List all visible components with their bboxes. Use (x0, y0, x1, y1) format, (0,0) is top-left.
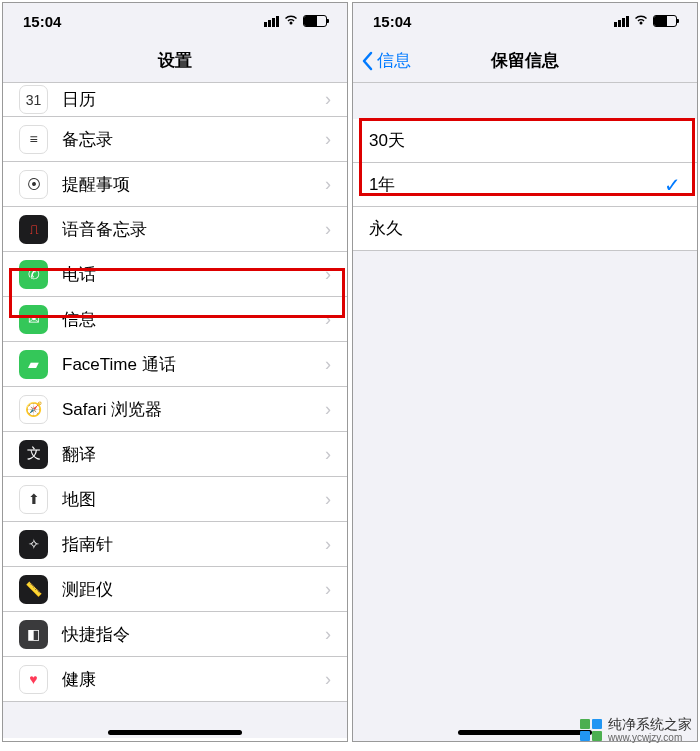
back-label: 信息 (377, 49, 411, 72)
settings-row-messages[interactable]: ✉信息› (3, 297, 347, 342)
row-label: 信息 (62, 308, 325, 331)
phone-icon: ✆ (19, 260, 48, 289)
row-label: 快捷指令 (62, 623, 325, 646)
chevron-right-icon: › (325, 624, 331, 645)
option-30days[interactable]: 30天 (353, 119, 697, 163)
home-indicator[interactable] (458, 730, 592, 735)
status-right (264, 13, 327, 29)
option-forever[interactable]: 永久 (353, 207, 697, 251)
compass-icon: ✧ (19, 530, 48, 559)
checkmark-icon: ✓ (664, 173, 681, 197)
spacer (353, 83, 697, 119)
row-label: 备忘录 (62, 128, 325, 151)
settings-row-phone[interactable]: ✆电话› (3, 252, 347, 297)
chevron-right-icon: › (325, 89, 331, 110)
row-label: 健康 (62, 668, 325, 691)
settings-row-voice-memos[interactable]: ⎍语音备忘录› (3, 207, 347, 252)
settings-row-measure[interactable]: 📏测距仪› (3, 567, 347, 612)
settings-row-shortcuts[interactable]: ◧快捷指令› (3, 612, 347, 657)
status-time: 15:04 (373, 13, 411, 30)
health-icon: ♥ (19, 665, 48, 694)
wifi-icon (283, 13, 299, 29)
signal-icon (264, 16, 279, 27)
chevron-right-icon: › (325, 264, 331, 285)
signal-icon (614, 16, 629, 27)
chevron-right-icon: › (325, 219, 331, 240)
row-label: 日历 (62, 88, 325, 111)
notes-icon: ≡ (19, 125, 48, 154)
watermark-url: www.ycwjzy.com (608, 732, 692, 743)
voice-memos-icon: ⎍ (19, 215, 48, 244)
chevron-right-icon: › (325, 354, 331, 375)
row-label: 翻译 (62, 443, 325, 466)
settings-row-maps[interactable]: ⬆地图› (3, 477, 347, 522)
row-label: 地图 (62, 488, 325, 511)
status-bar: 15:04 (3, 3, 347, 39)
settings-row-safari[interactable]: 🧭Safari 浏览器› (3, 387, 347, 432)
settings-row-reminders[interactable]: ⦿提醒事项› (3, 162, 347, 207)
settings-row-calendar[interactable]: 31日历› (3, 83, 347, 117)
option-label: 永久 (369, 217, 403, 240)
row-label: 提醒事项 (62, 173, 325, 196)
settings-row-translate[interactable]: 文翻译› (3, 432, 347, 477)
settings-row-compass[interactable]: ✧指南针› (3, 522, 347, 567)
shortcuts-icon: ◧ (19, 620, 48, 649)
wifi-icon (633, 13, 649, 29)
chevron-right-icon: › (325, 579, 331, 600)
row-label: 测距仪 (62, 578, 325, 601)
option-label: 1年 (369, 173, 395, 196)
page-title: 保留信息 (491, 49, 559, 72)
chevron-right-icon: › (325, 489, 331, 510)
keep-messages-phone: 15:04 信息 保留信息 30天1年✓永久 (352, 2, 698, 742)
chevron-right-icon: › (325, 399, 331, 420)
row-label: 指南针 (62, 533, 325, 556)
settings-list[interactable]: 31日历›≡备忘录›⦿提醒事项›⎍语音备忘录›✆电话›✉信息›▰FaceTime… (3, 83, 347, 742)
row-label: Safari 浏览器 (62, 398, 325, 421)
translate-icon: 文 (19, 440, 48, 469)
status-time: 15:04 (23, 13, 61, 30)
row-label: 电话 (62, 263, 325, 286)
settings-row-health[interactable]: ♥健康› (3, 657, 347, 702)
row-label: 语音备忘录 (62, 218, 325, 241)
watermark-brand: 纯净系统之家 (608, 717, 692, 732)
page-title: 设置 (158, 49, 192, 72)
chevron-right-icon: › (325, 534, 331, 555)
chevron-right-icon: › (325, 669, 331, 690)
battery-icon (303, 15, 327, 27)
facetime-icon: ▰ (19, 350, 48, 379)
option-1year[interactable]: 1年✓ (353, 163, 697, 207)
watermark: 纯净系统之家 www.ycwjzy.com (580, 717, 692, 743)
status-bar: 15:04 (353, 3, 697, 39)
chevron-right-icon: › (325, 309, 331, 330)
home-indicator[interactable] (108, 730, 242, 735)
option-label: 30天 (369, 129, 405, 152)
watermark-logo-icon (580, 719, 602, 741)
settings-row-notes[interactable]: ≡备忘录› (3, 117, 347, 162)
chevron-right-icon: › (325, 129, 331, 150)
calendar-icon: 31 (19, 85, 48, 114)
row-label: FaceTime 通话 (62, 353, 325, 376)
back-button[interactable]: 信息 (361, 49, 411, 72)
safari-icon: 🧭 (19, 395, 48, 424)
nav-bar-keep: 信息 保留信息 (353, 39, 697, 83)
settings-phone: 15:04 设置 31日历›≡备忘录›⦿提醒事项›⎍语音备忘录›✆电话›✉信息›… (2, 2, 348, 742)
nav-bar-settings: 设置 (3, 39, 347, 83)
measure-icon: 📏 (19, 575, 48, 604)
settings-row-music[interactable]: ♫音乐› (3, 738, 347, 742)
status-right (614, 13, 677, 29)
chevron-right-icon: › (325, 444, 331, 465)
settings-row-facetime[interactable]: ▰FaceTime 通话› (3, 342, 347, 387)
messages-icon: ✉ (19, 305, 48, 334)
reminders-icon: ⦿ (19, 170, 48, 199)
chevron-right-icon: › (325, 174, 331, 195)
battery-icon (653, 15, 677, 27)
maps-icon: ⬆ (19, 485, 48, 514)
options-list: 30天1年✓永久 (353, 119, 697, 251)
